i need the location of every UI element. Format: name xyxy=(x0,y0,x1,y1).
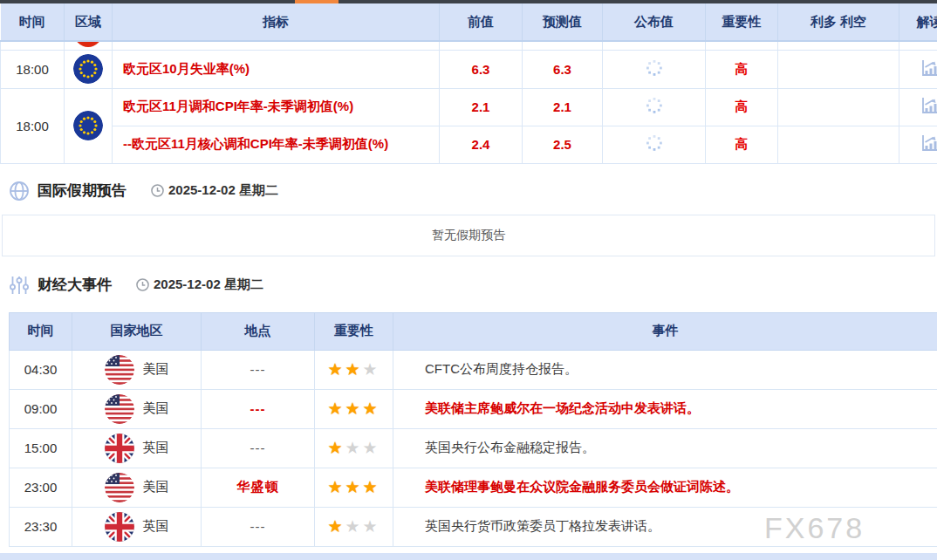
event-description[interactable]: 美联储主席鲍威尔在一场纪念活动中发表讲话。 xyxy=(393,389,937,428)
event-location: --- xyxy=(202,350,315,389)
event-time: 18:00 xyxy=(1,50,65,88)
clock-icon xyxy=(136,278,149,291)
events-section-title: 财经大事件 xyxy=(38,275,112,295)
event-time: 04:30 xyxy=(10,350,72,389)
event-description[interactable]: 英国央行公布金融稳定报告。 xyxy=(393,428,937,468)
holiday-section-header: 国际假期预告 2025-12-02 星期二 xyxy=(0,180,937,202)
chart-interpret-icon[interactable] xyxy=(920,58,937,78)
event-description[interactable]: CFTC公布周度持仓报告。 xyxy=(393,350,937,389)
country-name: 美国 xyxy=(143,361,169,378)
chart-interpret-icon[interactable] xyxy=(920,133,937,153)
holiday-date: 2025-12-02 星期二 xyxy=(151,182,278,199)
country-name: 美国 xyxy=(143,479,169,495)
col-header-importance: 重要性 xyxy=(706,3,778,41)
col-header-event: 事件 xyxy=(393,312,937,350)
partially-scrolled-row xyxy=(1,41,937,50)
col-header-location: 地点 xyxy=(202,312,315,350)
importance-stars: ★★★ xyxy=(315,507,393,546)
chart-interpret-icon[interactable] xyxy=(920,96,937,115)
uk-flag-icon xyxy=(105,434,134,463)
top-nav-bar xyxy=(0,0,937,3)
bulls-bears-cell xyxy=(778,88,899,126)
events-section-header: 财经大事件 2025-12-02 星期二 xyxy=(0,274,937,297)
events-header-row: 时间 国家地区 地点 重要性 事件 xyxy=(10,312,937,350)
calendar-row-cpi[interactable]: 18:00 欧元区11月调和CPI年率-未季调初值(%) xyxy=(1,88,937,126)
event-location: --- xyxy=(202,389,315,428)
country-name: 美国 xyxy=(143,400,169,417)
event-time: 09:00 xyxy=(10,389,72,428)
importance-level: 高 xyxy=(706,126,778,163)
country-name: 英国 xyxy=(143,440,169,456)
eu-flag-icon xyxy=(73,54,103,84)
importance-level: 高 xyxy=(706,88,778,126)
event-location: --- xyxy=(202,428,315,468)
col-header-time: 时间 xyxy=(10,312,72,350)
economic-calendar-table: 时间 区域 指标 前值 预测值 公布值 重要性 利多 利空 解读 xyxy=(0,3,937,164)
event-time: 15:00 xyxy=(10,428,72,468)
col-header-actual: 公布值 xyxy=(603,3,706,41)
next-section-header-sliver xyxy=(0,553,937,560)
event-row[interactable]: 23:00 美国 xyxy=(10,468,937,507)
event-time: 23:00 xyxy=(10,468,72,507)
importance-stars: ★★★ xyxy=(315,389,393,428)
event-description[interactable]: 美联储理事鲍曼在众议院金融服务委员会做证词陈述。 xyxy=(393,468,937,507)
holiday-empty-box: 暂无假期预告 xyxy=(2,215,935,256)
globe-icon xyxy=(9,181,30,201)
previous-value: 2.1 xyxy=(440,88,523,126)
col-header-interpret: 解读 xyxy=(899,3,937,41)
us-flag-icon xyxy=(105,394,134,424)
importance-level: 高 xyxy=(706,50,778,88)
financial-calendar-page: 时间 区域 指标 前值 预测值 公布值 重要性 利多 利空 解读 xyxy=(0,0,937,560)
col-header-bulls-bears: 利多 利空 xyxy=(778,3,899,41)
active-tab-indicator xyxy=(295,0,339,3)
calendar-row-unemployment[interactable]: 18:00 欧元区10月失业率(%) xyxy=(1,50,937,88)
calendar-row-core-cpi[interactable]: --欧元区11月核心调和CPI年率-未季调初值(%) 2.4 2.5 高 xyxy=(1,126,937,163)
indicator-name[interactable]: 欧元区11月调和CPI年率-未季调初值(%) xyxy=(113,88,440,126)
importance-stars: ★★★ xyxy=(315,468,393,507)
loading-spinner-icon xyxy=(646,98,662,113)
loading-spinner-icon xyxy=(646,135,662,151)
event-location: --- xyxy=(202,507,315,546)
eu-flag-icon xyxy=(73,111,103,140)
forecast-value: 6.3 xyxy=(523,50,603,88)
event-location: 华盛顿 xyxy=(202,468,315,507)
col-header-indicator: 指标 xyxy=(113,3,440,41)
bulls-bears-cell xyxy=(778,50,899,88)
indicator-name[interactable]: 欧元区10月失业率(%) xyxy=(113,50,440,88)
forecast-value: 2.5 xyxy=(523,126,603,163)
sliders-icon xyxy=(9,275,30,296)
country-name: 英国 xyxy=(143,518,169,535)
loading-spinner-icon xyxy=(646,60,662,76)
holiday-empty-message: 暂无假期预告 xyxy=(432,228,505,243)
forecast-value: 2.1 xyxy=(523,88,603,126)
event-row[interactable]: 09:00 美国 xyxy=(10,389,937,428)
event-time: 23:30 xyxy=(10,507,72,546)
event-row[interactable]: 15:00 英国 xyxy=(10,428,937,468)
col-header-time: 时间 xyxy=(1,3,65,41)
previous-value: 6.3 xyxy=(440,50,523,88)
previous-value: 2.4 xyxy=(440,126,523,163)
col-header-forecast: 预测值 xyxy=(523,3,603,41)
clock-icon xyxy=(151,184,164,197)
col-header-previous: 前值 xyxy=(440,3,523,41)
col-header-region: 区域 xyxy=(65,3,113,41)
indicator-name[interactable]: --欧元区11月核心调和CPI年率-未季调初值(%) xyxy=(113,126,440,163)
importance-stars: ★★★ xyxy=(315,350,393,389)
fx678-watermark: FX678 xyxy=(764,511,865,545)
col-header-country: 国家地区 xyxy=(72,312,202,350)
event-row[interactable]: 04:30 美国 xyxy=(10,350,937,389)
cut-off-flag-icon xyxy=(74,41,102,47)
us-flag-icon xyxy=(105,473,134,502)
calendar-header-row: 时间 区域 指标 前值 预测值 公布值 重要性 利多 利空 解读 xyxy=(1,3,937,41)
uk-flag-icon xyxy=(105,512,134,542)
event-time: 18:00 xyxy=(1,88,65,163)
bulls-bears-cell xyxy=(778,126,899,163)
us-flag-icon xyxy=(105,355,134,385)
col-header-importance: 重要性 xyxy=(315,312,393,350)
importance-stars: ★★★ xyxy=(315,428,393,468)
holiday-section-title: 国际假期预告 xyxy=(38,181,127,201)
events-date: 2025-12-02 星期二 xyxy=(136,277,263,293)
